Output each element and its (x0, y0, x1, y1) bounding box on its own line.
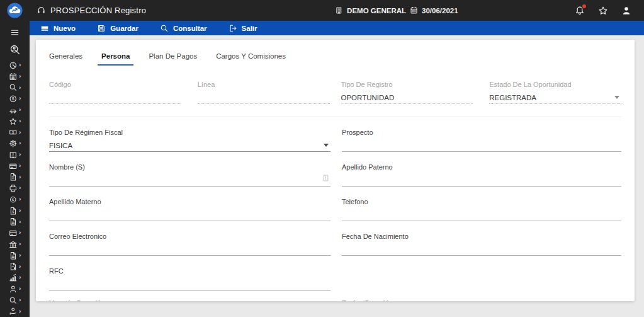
apellido-materno-label: Apellido Materno (49, 198, 330, 207)
sidebar-item-23[interactable]: › (0, 306, 30, 317)
sidebar-item-19[interactable]: › (0, 261, 30, 272)
sidebar-item-6[interactable]: › (0, 115, 30, 127)
sidebar-item-21[interactable]: › (0, 284, 30, 295)
favorites-button[interactable] (598, 6, 608, 16)
notifications-button[interactable] (575, 6, 585, 16)
document-lines-icon (9, 173, 18, 182)
consultar-button[interactable]: Consultar (149, 21, 218, 35)
sidebar-item-10[interactable]: › (0, 160, 30, 171)
sidebar-item-5[interactable]: › (0, 105, 30, 116)
salir-button[interactable]: Salir (218, 21, 268, 35)
form-card: Generales Persona Plan De Pagos Cargos Y… (36, 40, 635, 301)
search-icon (160, 24, 169, 33)
tipo-de-registro-label: Tipo De Registro (341, 81, 473, 89)
coin-icon: $ (9, 195, 18, 204)
tab-plan-de-pagos[interactable]: Plan De Pagos (149, 52, 197, 66)
chevron-right-icon: › (19, 241, 21, 247)
sidebar-item-9[interactable]: › (0, 149, 30, 161)
pie-chart-icon (9, 61, 18, 70)
nuevo-button[interactable]: Nuevo (30, 21, 86, 35)
building-icon (335, 6, 343, 14)
calendar-icon (410, 6, 418, 14)
prospecto-field: Prospecto (342, 129, 621, 152)
company-context: DEMO GENERAL 30/06/2021 (335, 6, 458, 14)
left-navigation-sidebar: › › › $› › › $› › › › › › $› $› › › › › … (0, 21, 30, 317)
apellido-materno-input[interactable] (49, 207, 330, 221)
book-icon (9, 151, 18, 159)
calendar-icon (9, 72, 18, 81)
estado-oportunidad-select[interactable]: REGISTRADA (489, 89, 621, 104)
fecha-nacimiento-field: Fecha De Nacimiento (342, 233, 621, 256)
search-icon (9, 296, 18, 305)
credit-card-icon (9, 229, 18, 238)
sidebar-item-4[interactable]: $› (0, 93, 30, 105)
nombre-input[interactable] (49, 172, 330, 187)
chevron-right-icon: › (19, 163, 21, 168)
regimen-fiscal-select[interactable]: FISICA (49, 137, 330, 152)
sidebar-item-15[interactable]: › (0, 216, 30, 228)
form-row-4: Apellido Materno Telefono (49, 198, 621, 221)
chevron-down-icon[interactable] (324, 144, 329, 147)
top-header-bar: PROSPECCIÓN Registro DEMO GENERAL 30/06/… (0, 0, 644, 21)
regimen-fiscal-field: Tipo De Régimen Fiscal FISICA (49, 129, 330, 152)
tab-generales[interactable]: Generales (49, 52, 82, 66)
chevron-right-icon: › (19, 297, 21, 303)
notification-badge (582, 4, 586, 8)
prospecto-input[interactable] (342, 137, 621, 152)
dollar-circle-icon: $ (9, 95, 18, 103)
action-toolbar: Nuevo Guardar Consultar Salir (30, 21, 644, 35)
chevron-right-icon: › (19, 275, 21, 280)
chevron-right-icon: › (19, 197, 21, 202)
codigo-label: Código (49, 81, 181, 89)
sidebar-item-1[interactable]: › (0, 60, 30, 71)
text-info-icon[interactable] (322, 174, 329, 182)
sidebar-search-button[interactable] (9, 40, 21, 59)
telefono-label: Telefono (342, 198, 621, 207)
sidebar-item-8[interactable]: › (0, 138, 30, 149)
form-row-5: Correo Electronico Fecha De Nacimiento (49, 233, 621, 256)
sidebar-item-3[interactable]: › (0, 82, 30, 93)
fecha-nacimiento-input[interactable] (342, 241, 621, 256)
apellido-paterno-input[interactable] (342, 172, 621, 187)
tab-cargos-y-comisiones[interactable]: Cargos Y Comisiones (216, 52, 286, 66)
sidebar-item-12[interactable]: › (0, 183, 30, 194)
sidebar-item-18[interactable]: › (0, 250, 30, 261)
codigo-field: Código (49, 81, 181, 104)
sidebar-item-20[interactable]: › (0, 272, 30, 284)
sidebar-item-11[interactable]: › (0, 171, 30, 183)
gear-icon (9, 139, 18, 148)
tab-persona[interactable]: Persona (101, 52, 130, 66)
sidebar-item-22[interactable]: › (0, 294, 30, 306)
guardar-button[interactable]: Guardar (86, 21, 149, 35)
chevron-right-icon: › (19, 174, 21, 180)
chart-growth-icon (9, 274, 18, 282)
sidebar-item-7[interactable]: $› (0, 127, 30, 138)
menu-toggle-button[interactable] (10, 25, 20, 40)
chevron-down-icon[interactable] (614, 96, 619, 99)
regimen-fiscal-label: Tipo De Régimen Fiscal (49, 129, 330, 137)
sidebar-item-2[interactable]: › (0, 71, 30, 82)
user-menu-button[interactable] (621, 6, 631, 16)
rfc-input[interactable] (49, 276, 330, 291)
chevron-right-icon: › (19, 230, 21, 236)
telefono-input[interactable] (342, 207, 621, 221)
sidebar-item-14[interactable]: $› (0, 205, 30, 216)
sidebar-item-16[interactable]: › (0, 228, 30, 239)
star-icon (598, 6, 608, 16)
document-icon (9, 251, 18, 260)
apellido-paterno-label: Apellido Paterno (342, 163, 621, 172)
estado-oportunidad-field: Estado De La Oportunidad REGISTRADA (489, 81, 621, 104)
sidebar-item-13[interactable]: $› (0, 194, 30, 205)
correo-input[interactable] (49, 241, 330, 256)
nuevo-button-label: Nuevo (54, 25, 76, 32)
tipo-de-registro-input: OPORTUNIDAD (341, 89, 473, 104)
chevron-right-icon: › (19, 141, 21, 146)
chevron-right-icon: › (19, 73, 21, 79)
working-date: 30/06/2021 (422, 7, 458, 14)
apellido-materno-field: Apellido Materno (49, 198, 330, 221)
chevron-right-icon: › (19, 207, 21, 213)
chevron-right-icon: › (19, 185, 21, 191)
chevron-right-icon: › (19, 62, 21, 68)
prospecto-label: Prospecto (342, 129, 621, 137)
sidebar-item-17[interactable]: › (0, 239, 30, 250)
